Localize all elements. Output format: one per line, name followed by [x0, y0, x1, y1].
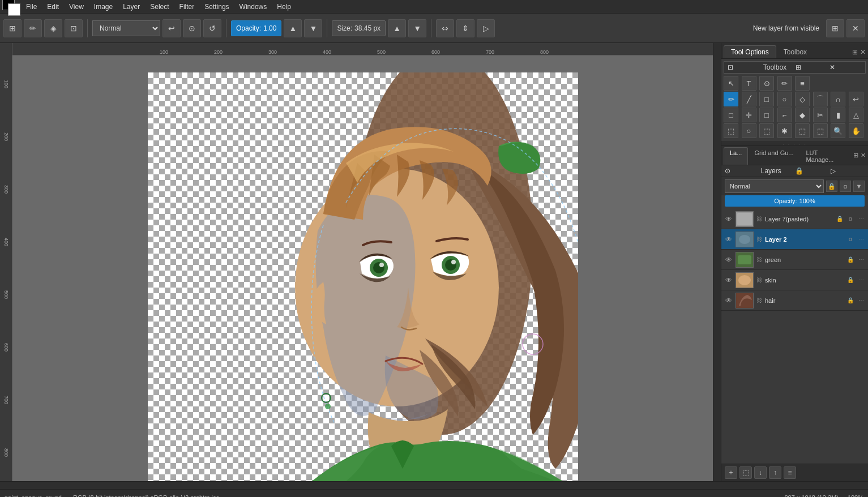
tool-arrow[interactable]: ↖ — [724, 76, 738, 91]
tool-scissors[interactable]: ✂ — [813, 108, 828, 122]
panel-expand-icon[interactable]: ⊞ — [852, 48, 858, 56]
tool-scale[interactable]: □ — [759, 108, 774, 122]
toolbox-expand-icon[interactable]: ⊞ — [796, 63, 828, 71]
tool-ellipse[interactable]: ○ — [777, 92, 792, 106]
tool-fill[interactable]: ◆ — [795, 108, 810, 122]
layers-lock-icon[interactable]: 🔒 — [795, 167, 829, 175]
canvas-scroll[interactable] — [12, 55, 713, 481]
tool-presets-btn[interactable]: ⊞ — [3, 19, 22, 37]
tool-pattern[interactable]: ≡ — [795, 76, 810, 91]
tool-sel-by-color[interactable]: ⬚ — [795, 123, 810, 138]
opacity-control[interactable]: Opacity: 1.00 — [231, 20, 281, 36]
opacity-bar[interactable]: Opacity: 100% — [725, 195, 865, 207]
layer-row-2[interactable]: 👁 ⛓ Layer 2 α ⋯ — [721, 229, 868, 250]
menu-layer[interactable]: Layer — [118, 2, 144, 12]
layers-expand-btn[interactable]: ▷ — [831, 167, 865, 175]
refresh-btn[interactable]: ↺ — [203, 19, 221, 37]
layer-green-visibility[interactable]: 👁 — [724, 255, 734, 265]
layer-7-visibility[interactable]: 👁 — [724, 214, 734, 224]
reset-btn[interactable]: ↩ — [163, 19, 181, 37]
vertical-scrollbar[interactable] — [713, 43, 721, 481]
menu-settings[interactable]: Settings — [200, 2, 233, 12]
layers-close-icon[interactable]: ✕ — [861, 152, 866, 159]
toolbox-tab[interactable]: Toolbox — [776, 45, 814, 58]
paint-brush-btn[interactable]: ✏ — [24, 19, 42, 37]
tool-eraser[interactable]: ▮ — [831, 108, 845, 122]
layer-skin-visibility[interactable]: 👁 — [724, 275, 734, 285]
tool-paintbrush[interactable]: ✏ — [724, 92, 738, 106]
flip-v-btn[interactable]: ⇕ — [456, 19, 474, 37]
size-down-btn[interactable]: ▼ — [408, 19, 426, 37]
tool-text[interactable]: T — [742, 76, 756, 91]
tool-line[interactable]: ╱ — [742, 92, 756, 106]
menu-image[interactable]: Image — [89, 2, 117, 12]
tool-transform[interactable]: □ — [724, 108, 738, 122]
menu-view[interactable]: View — [65, 2, 88, 12]
arrow-btn[interactable]: ▷ — [477, 19, 495, 37]
tool-pan[interactable]: ✋ — [849, 123, 863, 138]
layers-tab-grid[interactable]: Grid and Gu... — [748, 147, 799, 165]
layers-expand-icon[interactable]: ⊞ — [853, 152, 858, 159]
menu-select[interactable]: Select — [146, 2, 173, 12]
close-notif-btn[interactable]: ✕ — [846, 19, 865, 37]
raise-layer-btn[interactable]: ↑ — [769, 466, 781, 479]
tool-crop[interactable]: ⌐ — [777, 108, 792, 122]
tool-diamond[interactable]: ◇ — [795, 92, 810, 106]
tool-rect[interactable]: □ — [759, 92, 774, 106]
layer-row-7[interactable]: 👁 ⛓ Layer 7(pasted) 🔒 α ⋯ — [721, 209, 868, 229]
brush-select-btn[interactable]: ⊡ — [65, 19, 83, 37]
blend-mode-select[interactable]: Normal Multiply Screen Overlay — [92, 20, 160, 36]
layers-tab-layers[interactable]: La... — [724, 147, 748, 165]
pick-btn[interactable]: ⊙ — [183, 19, 201, 37]
menu-file[interactable]: File — [22, 2, 41, 12]
tool-path2[interactable]: ∩ — [831, 92, 845, 106]
expand-btn[interactable]: ⊞ — [826, 19, 844, 37]
layers-down-btn[interactable]: ▼ — [853, 181, 865, 192]
tool-sel-scissors[interactable]: ⬚ — [813, 123, 828, 138]
tool-zoom[interactable]: 🔍 — [831, 123, 845, 138]
new-group-btn[interactable]: ⬚ — [739, 466, 752, 479]
layers-lock-btn[interactable]: 🔒 — [826, 181, 837, 192]
tool-path1[interactable]: ⌒ — [813, 92, 828, 106]
tool-sel-ellipse[interactable]: ○ — [742, 123, 756, 138]
tool-eye[interactable]: ⊙ — [759, 76, 774, 91]
add-layer-btn[interactable]: + — [725, 466, 737, 479]
canvas-area[interactable]: 100 200 300 400 500 600 700 800 — [12, 43, 713, 481]
layer-row-hair[interactable]: 👁 ⛓ hair 🔒 ⋯ — [721, 290, 868, 311]
size-up-btn[interactable]: ▲ — [388, 19, 406, 37]
layer-hair-visibility[interactable]: 👁 — [724, 295, 734, 306]
tool-sel-rect[interactable]: ⬚ — [724, 123, 738, 138]
layers-mode-select[interactable]: Normal Multiply Screen — [725, 179, 824, 193]
tool-freehand[interactable]: ↩ — [849, 92, 863, 106]
menu-filter[interactable]: Filter — [175, 2, 199, 12]
layers-alpha-btn[interactable]: α — [840, 181, 851, 192]
layer-2-visibility[interactable]: 👁 — [724, 234, 734, 245]
tool-sel-fuzzy[interactable]: ✱ — [777, 123, 792, 138]
tool-grid-row1: ↖ T ⊙ ✏ ≡ — [724, 76, 866, 91]
horizontal-scrollbar[interactable] — [0, 481, 868, 489]
ruler-v-400: 400 — [3, 238, 9, 246]
menu-edit[interactable]: Edit — [42, 2, 63, 12]
tool-options-tab[interactable]: Tool Options — [724, 45, 776, 58]
toolbox-close-icon[interactable]: ✕ — [829, 63, 862, 71]
canvas-content[interactable] — [148, 72, 578, 481]
tool-sel-free[interactable]: ⬚ — [759, 123, 774, 138]
tool-pencil[interactable]: ✏ — [777, 76, 792, 91]
background-color[interactable] — [8, 3, 20, 16]
color-btn[interactable]: ◈ — [44, 19, 62, 37]
layer-menu-btn[interactable]: ≡ — [784, 466, 796, 479]
opacity-up-btn[interactable]: ▲ — [284, 19, 302, 37]
lower-layer-btn[interactable]: ↓ — [754, 466, 767, 479]
tool-gradient[interactable]: △ — [849, 108, 863, 122]
layers-tab-lut[interactable]: LUT Manage... — [799, 147, 853, 165]
opacity-down-btn[interactable]: ▼ — [304, 19, 322, 37]
menu-help[interactable]: Help — [272, 2, 296, 12]
tool-move[interactable]: ✛ — [742, 108, 756, 122]
layer-row-skin[interactable]: 👁 ⛓ skin 🔒 ⋯ — [721, 270, 868, 290]
size-control[interactable]: Size: 38.45 px — [332, 20, 386, 36]
menu-windows[interactable]: Windows — [235, 2, 272, 12]
panel-close-icon[interactable]: ✕ — [860, 48, 866, 56]
color-swatch[interactable] — [2, 0, 20, 16]
flip-h-btn[interactable]: ⇔ — [436, 19, 454, 37]
layer-row-green[interactable]: 👁 ⛓ green 🔒 ⋯ — [721, 250, 868, 270]
